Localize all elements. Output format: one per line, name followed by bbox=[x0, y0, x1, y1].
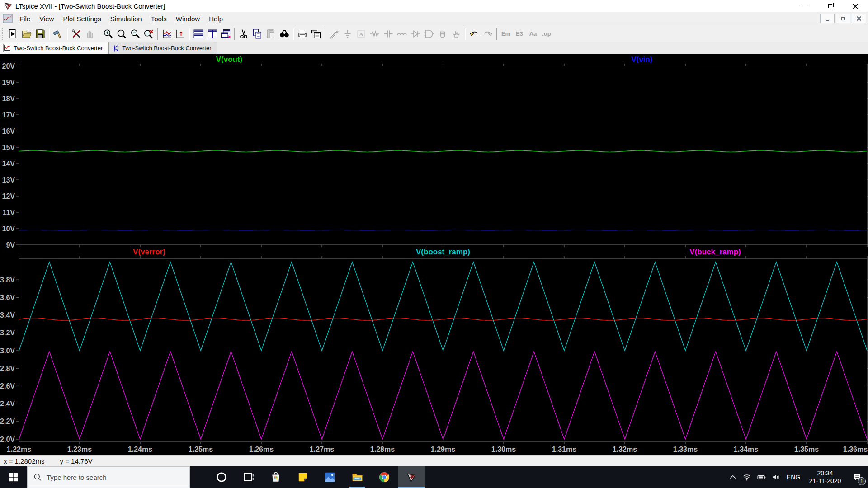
menu-view[interactable]: View bbox=[35, 13, 58, 24]
x-axis-tick-label: 1.32ms bbox=[613, 446, 637, 453]
pan-axes-button[interactable] bbox=[174, 27, 187, 41]
battery-icon bbox=[757, 473, 766, 482]
taskbar-cortana-button[interactable] bbox=[208, 466, 235, 488]
child-window-controls bbox=[820, 14, 866, 23]
taskbar-file-explorer-button[interactable] bbox=[344, 466, 371, 488]
trace-V(buck_ramp) bbox=[19, 352, 867, 439]
y-axis-tick-label: 3.4V bbox=[0, 311, 15, 319]
menu-bar: FileViewPlot SettingsSimulationToolsWind… bbox=[0, 12, 868, 25]
start-button[interactable] bbox=[0, 466, 27, 488]
tab-schematic[interactable]: Two-Switch Boost-Buck Converter bbox=[108, 42, 217, 54]
taskbar-photos-button[interactable] bbox=[316, 466, 344, 488]
menu-window[interactable]: Window bbox=[171, 13, 204, 24]
trace-label-vin[interactable]: V(vin) bbox=[631, 55, 652, 64]
close-button[interactable] bbox=[843, 0, 868, 12]
taskbar-ltspice-button[interactable] bbox=[398, 466, 425, 488]
y-axis-tick-label: 19V bbox=[2, 79, 15, 86]
zoom-in-button[interactable] bbox=[101, 27, 115, 41]
move-text-icon: Em bbox=[501, 30, 510, 37]
y-axis-tick-label: 2.4V bbox=[0, 400, 15, 408]
find-button[interactable] bbox=[278, 27, 291, 41]
language-indicator[interactable]: ENG bbox=[783, 466, 804, 488]
window-controls bbox=[792, 0, 868, 12]
volume-button[interactable] bbox=[769, 466, 783, 488]
undo-button[interactable] bbox=[467, 27, 481, 41]
tile-vertical-button[interactable] bbox=[205, 27, 219, 41]
action-center-button[interactable]: 1 bbox=[846, 466, 868, 488]
x-axis-tick-label: 1.28ms bbox=[370, 446, 395, 453]
trace-label-verror[interactable]: V(verror) bbox=[133, 248, 165, 257]
tab-bar: Two-Switch Boost-Buck Converter Two-Swit… bbox=[0, 42, 868, 54]
wifi-button[interactable] bbox=[740, 466, 754, 488]
chevron-up-icon bbox=[728, 473, 737, 482]
clock[interactable]: 20:34 21-11-2020 bbox=[804, 466, 846, 488]
y-axis-tick-label: 3.8V bbox=[0, 276, 15, 284]
tile-horizontal-button[interactable] bbox=[192, 27, 205, 41]
menu-file[interactable]: File bbox=[15, 13, 35, 24]
x-axis-tick-label: 1.26ms bbox=[249, 446, 274, 453]
y-axis-tick-label: 2.6V bbox=[0, 382, 15, 390]
y-axis-tick-label: 9V bbox=[6, 241, 15, 249]
child-restore-button[interactable] bbox=[836, 14, 850, 23]
print-button[interactable] bbox=[296, 27, 309, 41]
y-axis-tick-label: 11V bbox=[2, 209, 15, 216]
undo-icon bbox=[469, 28, 480, 39]
child-minimize-button[interactable] bbox=[820, 14, 835, 23]
autorange-y-axis-button[interactable] bbox=[160, 27, 174, 41]
diode-icon bbox=[410, 28, 421, 39]
open-button[interactable] bbox=[20, 27, 33, 41]
taskbar-sticky-notes-button[interactable] bbox=[289, 466, 316, 488]
minimize-button[interactable] bbox=[792, 0, 817, 12]
menu-plot-settings[interactable]: Plot Settings bbox=[58, 13, 105, 24]
restore-button[interactable] bbox=[817, 0, 843, 12]
paste-button bbox=[264, 27, 278, 41]
zoom-out-button[interactable] bbox=[128, 27, 142, 41]
print-preview-button[interactable] bbox=[309, 27, 323, 41]
taskbar-task-view-button[interactable] bbox=[235, 466, 262, 488]
print-preview-icon bbox=[311, 28, 321, 39]
toolbar-separator bbox=[465, 28, 466, 40]
save-button[interactable] bbox=[33, 27, 47, 41]
menu-help[interactable]: Help bbox=[204, 13, 227, 24]
menu-simulation[interactable]: Simulation bbox=[106, 13, 146, 24]
trace-label-vout[interactable]: V(vout) bbox=[216, 55, 243, 64]
x-axis-tick-label: 1.27ms bbox=[310, 446, 334, 453]
autorange-y-axis-icon bbox=[161, 28, 172, 39]
menu-tools[interactable]: Tools bbox=[146, 13, 171, 24]
run-button[interactable] bbox=[6, 27, 20, 41]
cut-button[interactable] bbox=[237, 27, 250, 41]
y-axis-tick-label: 14V bbox=[2, 160, 15, 168]
diode-button bbox=[409, 27, 422, 41]
taskbar-chrome-button[interactable] bbox=[371, 466, 398, 488]
toolbar-separator bbox=[157, 28, 158, 40]
edit-tools-button[interactable] bbox=[70, 27, 83, 41]
toolbar-grip bbox=[2, 28, 5, 40]
pan-axes-icon bbox=[175, 28, 186, 39]
cascade-windows-button[interactable] bbox=[219, 27, 232, 41]
zoom-back-button[interactable] bbox=[115, 27, 128, 41]
tab-waveform[interactable]: Two-Switch Boost-Buck Converter bbox=[0, 42, 108, 54]
toolbar-separator bbox=[234, 28, 235, 40]
trace-label-buck-ramp[interactable]: V(buck_ramp) bbox=[689, 248, 741, 257]
inductor-button bbox=[395, 27, 409, 41]
cut-icon bbox=[238, 28, 249, 39]
cortana-icon bbox=[216, 471, 227, 483]
tray-chevron-button[interactable] bbox=[726, 466, 740, 488]
search-input[interactable] bbox=[47, 474, 178, 481]
control-panel-button[interactable] bbox=[52, 27, 65, 41]
y-axis-tick-label: 2.0V bbox=[0, 436, 15, 443]
print-icon bbox=[297, 28, 308, 39]
halt-icon bbox=[85, 28, 95, 39]
trace-label-boost-ramp[interactable]: V(boost_ramp) bbox=[416, 248, 470, 257]
resistor-button bbox=[368, 27, 382, 41]
copy-button[interactable] bbox=[250, 27, 264, 41]
capacitor-button bbox=[382, 27, 395, 41]
sticky-notes-icon bbox=[297, 471, 309, 483]
close-icon bbox=[853, 4, 858, 9]
taskbar-search[interactable] bbox=[27, 466, 190, 488]
trace-V(vout) bbox=[19, 150, 867, 152]
zoom-full-extents-button[interactable] bbox=[142, 27, 156, 41]
taskbar-store-button[interactable] bbox=[262, 466, 289, 488]
battery-button[interactable] bbox=[754, 466, 769, 488]
child-close-button[interactable] bbox=[852, 14, 866, 23]
